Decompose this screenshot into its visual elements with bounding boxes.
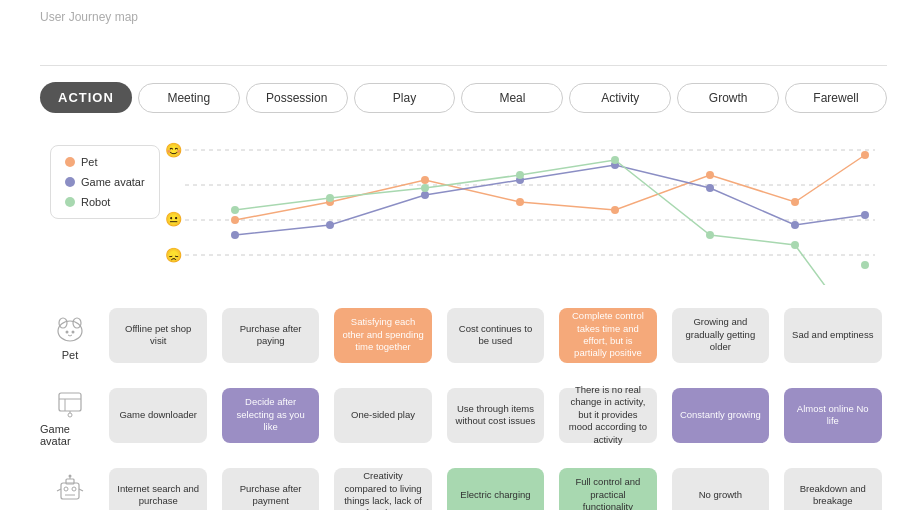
avatar-card-1: Decide after selecting as you like — [216, 383, 324, 448]
svg-point-15 — [231, 231, 239, 239]
svg-point-7 — [231, 216, 239, 224]
divider — [40, 65, 887, 66]
svg-point-23 — [231, 206, 239, 214]
phase-possession[interactable]: Possession — [246, 83, 348, 113]
svg-point-39 — [68, 413, 72, 417]
chart-legend: Pet Game avatar Robot — [50, 145, 160, 219]
svg-point-12 — [706, 171, 714, 179]
svg-point-30 — [861, 261, 869, 269]
pet-card-3: Cost continues to be used — [441, 303, 549, 368]
phase-activity[interactable]: Activity — [569, 83, 671, 113]
pet-label: Pet — [40, 309, 100, 361]
avatar-card-2: One-sided play — [329, 383, 437, 448]
avatar-card-5: Constantly growing — [666, 383, 774, 448]
robot-card-2: Creativity compared to living things lac… — [329, 463, 437, 511]
svg-point-34 — [66, 331, 69, 334]
svg-point-10 — [516, 198, 524, 206]
svg-point-14 — [861, 151, 869, 159]
avatar-card-3: Use through items without cost issues — [441, 383, 549, 448]
legend-pet-label: Pet — [81, 156, 98, 168]
pet-row: Pet Offline pet shop visit Purchase afte… — [40, 300, 887, 370]
svg-point-29 — [791, 241, 799, 249]
journey-chart: 😊 😐 😞 — [155, 130, 885, 285]
svg-point-25 — [421, 184, 429, 192]
svg-point-26 — [516, 171, 524, 179]
legend-avatar-label: Game avatar — [81, 176, 145, 188]
svg-point-45 — [64, 487, 68, 491]
robot-row: Robot Internet search and purchase Purch… — [40, 460, 887, 510]
pet-card-4: Complete control takes time and effort, … — [554, 303, 662, 368]
avatar-card-6: Almost online No life — [779, 383, 887, 448]
pet-icon — [51, 309, 89, 347]
robot-card-3: Electric charging — [441, 463, 549, 511]
legend-robot-label: Robot — [81, 196, 110, 208]
pet-card-1: Purchase after paying — [216, 303, 324, 368]
avatar-card-4: There is no real change in activity, but… — [554, 383, 662, 448]
svg-point-31 — [58, 321, 82, 341]
svg-point-9 — [421, 176, 429, 184]
svg-point-16 — [326, 221, 334, 229]
robot-card-0: Internet search and purchase — [104, 463, 212, 511]
robot-card-4: Full control and practical functionality — [554, 463, 662, 511]
header-row: ACTION Meeting Possession Play Meal Acti… — [40, 82, 887, 113]
avatar-card-0: Game downloader — [104, 383, 212, 448]
pet-card-5: Growing and gradually getting older — [666, 303, 774, 368]
svg-point-20 — [706, 184, 714, 192]
phase-farewell[interactable]: Farewell — [785, 83, 887, 113]
legend-pet: Pet — [65, 156, 145, 168]
svg-point-24 — [326, 194, 334, 202]
svg-point-11 — [611, 206, 619, 214]
svg-point-35 — [72, 331, 75, 334]
avatar-row: Game avatar Game downloader Decide after… — [40, 380, 887, 450]
pet-card-2: Satisfying each other and spending time … — [329, 303, 437, 368]
svg-point-21 — [791, 221, 799, 229]
action-label: ACTION — [40, 82, 132, 113]
svg-text:😐: 😐 — [165, 211, 183, 228]
phase-growth[interactable]: Growth — [677, 83, 779, 113]
robot-card-6: Breakdown and breakage — [779, 463, 887, 511]
legend-avatar: Game avatar — [65, 176, 145, 188]
phase-play[interactable]: Play — [354, 83, 456, 113]
pet-card-6: Sad and emptiness — [779, 303, 887, 368]
avatar-dot — [65, 177, 75, 187]
robot-card-5: No growth — [666, 463, 774, 511]
svg-point-46 — [72, 487, 76, 491]
pet-name: Pet — [62, 349, 79, 361]
avatar-name: Game avatar — [40, 423, 100, 447]
robot-dot — [65, 197, 75, 207]
page-title: User Journey map — [40, 10, 138, 24]
pet-dot — [65, 157, 75, 167]
robot-label: Robot — [40, 469, 100, 510]
phase-meal[interactable]: Meal — [461, 83, 563, 113]
svg-text:😞: 😞 — [165, 247, 183, 264]
svg-text:😊: 😊 — [165, 142, 183, 159]
svg-point-17 — [421, 191, 429, 199]
svg-point-13 — [791, 198, 799, 206]
svg-point-22 — [861, 211, 869, 219]
legend-robot: Robot — [65, 196, 145, 208]
svg-point-44 — [69, 475, 72, 478]
pet-card-0: Offline pet shop visit — [104, 303, 212, 368]
svg-point-28 — [706, 231, 714, 239]
svg-rect-41 — [61, 483, 79, 499]
svg-rect-36 — [59, 393, 81, 411]
phase-meeting[interactable]: Meeting — [138, 83, 240, 113]
cards-section: Pet Offline pet shop visit Purchase afte… — [40, 300, 887, 500]
robot-icon — [51, 469, 89, 507]
svg-point-27 — [611, 156, 619, 164]
robot-card-1: Purchase after payment — [216, 463, 324, 511]
avatar-label: Game avatar — [40, 383, 100, 447]
avatar-icon — [51, 383, 89, 421]
